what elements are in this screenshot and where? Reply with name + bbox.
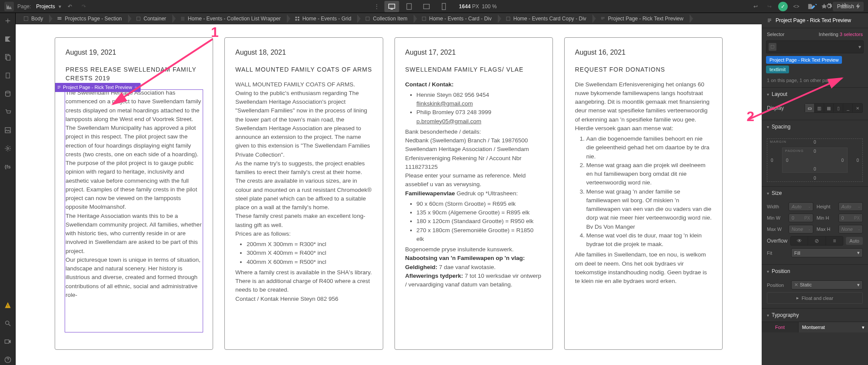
redo-icon[interactable]: ↷ — [79, 1, 89, 12]
style-tab-icon[interactable] — [811, 3, 818, 11]
bc-preview[interactable]: Project Page - Rick Text Preview — [592, 13, 690, 24]
settings-tab-icon[interactable] — [825, 3, 832, 11]
bc-body[interactable]: Body — [16, 13, 49, 24]
effects-tab-icon[interactable] — [855, 3, 862, 11]
webflow-logo[interactable] — [4, 2, 14, 11]
selector-input[interactable]: ▾ — [766, 40, 864, 53]
pages-icon[interactable] — [3, 52, 13, 62]
selector-caption: 1 on this page, 1 on other pages. — [762, 76, 868, 88]
event-card[interactable]: August 19, 2021 PRESS RELEASE SWELLENDAM… — [55, 37, 213, 350]
display-flex-icon[interactable]: ▥ — [815, 104, 824, 112]
nav-back-icon[interactable]: ↩ — [750, 1, 761, 12]
event-card[interactable]: August 17, 2021 SWELLENDAM FAMILY FLAGS/… — [395, 37, 553, 350]
device-tablet-icon[interactable] — [402, 1, 417, 12]
device-desktop-icon[interactable] — [385, 1, 399, 12]
bc-item[interactable]: Collection Item — [357, 13, 413, 24]
card-title: PRESS RELEASE SWELLENDAM FAMILY CRESTS 2… — [66, 66, 202, 82]
section-layout[interactable]: Layout — [762, 88, 868, 101]
svg-rect-12 — [298, 19, 299, 21]
components-icon[interactable] — [3, 70, 13, 81]
canvas-width: 1644 — [459, 3, 471, 10]
nav-fwd-icon[interactable]: ↪ — [764, 1, 775, 12]
svg-rect-1 — [391, 9, 393, 9]
inheriting-link[interactable]: 3 selectors — [840, 32, 863, 37]
settings-icon[interactable] — [3, 143, 13, 154]
help-icon[interactable] — [3, 355, 13, 365]
event-card[interactable]: August 18, 2021 WALL MOUNTED FAMILY COAT… — [224, 37, 383, 350]
chevron-down-icon[interactable]: ▾ — [858, 44, 861, 50]
more-icon[interactable]: ⋮ — [372, 1, 382, 12]
undo-icon[interactable]: ↶ — [65, 1, 75, 12]
width-input[interactable]: Auto- — [789, 202, 813, 211]
svg-point-19 — [5, 91, 10, 93]
add-icon[interactable] — [3, 16, 13, 26]
page-name[interactable]: Projects — [36, 3, 55, 10]
section-position[interactable]: Position — [762, 265, 868, 278]
fs-icon[interactable]: {fs — [3, 161, 13, 172]
cms-icon[interactable] — [3, 89, 13, 99]
page-dropdown-icon[interactable]: ▾ — [59, 3, 61, 10]
minh-input[interactable]: 0PX — [838, 214, 863, 222]
section-size[interactable]: Size — [762, 187, 868, 200]
card-body[interactable]: The Swellendam Heritage Association has … — [66, 89, 202, 332]
svg-rect-13 — [366, 17, 369, 20]
section-spacing[interactable]: Spacing — [762, 120, 868, 133]
bc-card[interactable]: Home - Events - Card - Div — [414, 13, 498, 24]
display-none-icon[interactable]: ✕ — [853, 104, 862, 112]
maxw-label: Max W — [767, 227, 785, 232]
bc-listwrap[interactable]: Home - Events - Collection List Wrapper — [172, 13, 287, 24]
device-tablet-landscape-icon[interactable] — [419, 1, 434, 12]
overflow-auto[interactable]: Auto — [846, 237, 863, 245]
float-clear-toggle[interactable]: ▸Float and clear — [767, 292, 863, 304]
bc-cardcopy[interactable]: Home - Events Card Copy - Div — [498, 13, 592, 24]
video-icon[interactable] — [3, 336, 13, 347]
canvas-unit: PX — [472, 3, 479, 10]
device-mobile-icon[interactable] — [437, 1, 451, 12]
audit-warn-icon[interactable] — [3, 300, 13, 310]
section-typography[interactable]: Typography — [762, 309, 868, 322]
maxw-input[interactable]: None- — [789, 225, 813, 233]
card-body[interactable]: Die Swellendam Erfenisvereniging het onl… — [575, 80, 712, 286]
card-date: August 18, 2021 — [235, 47, 372, 58]
class-tag[interactable]: Project Page - Rick Text Preview — [766, 56, 842, 64]
event-card[interactable]: August 16, 2021 REQUEST FOR DONATIONS Di… — [564, 37, 723, 350]
maxh-input[interactable]: None- — [838, 225, 863, 233]
gear-icon[interactable] — [134, 85, 138, 89]
font-label: Font — [762, 322, 799, 332]
overflow-hidden-icon[interactable]: ⊘ — [808, 237, 825, 245]
interactions-tab-icon[interactable] — [840, 3, 847, 11]
combo-class-tag[interactable]: textlimit — [766, 66, 789, 73]
search-icon[interactable] — [3, 318, 13, 329]
inheriting-label: Inheriting — [819, 32, 838, 37]
assets-icon[interactable] — [3, 125, 13, 135]
card-body[interactable]: WALL MOUNTED FAMILY COATS OF ARMS.Owing … — [235, 80, 372, 303]
minw-input[interactable]: 0PX — [789, 214, 813, 222]
navigator-icon[interactable] — [3, 34, 13, 44]
fit-select[interactable]: Fill▾ — [791, 248, 863, 257]
spacing-editor[interactable]: MARGIN 0 0 0 0 PADDING 0 0 0 0 — [767, 138, 863, 182]
bc-container[interactable]: Container — [128, 13, 172, 24]
selector-type-icon[interactable] — [769, 43, 776, 51]
bc-grid[interactable]: Home - Events - Grid — [287, 13, 358, 24]
svg-rect-3 — [424, 4, 429, 9]
svg-rect-18 — [6, 73, 9, 78]
display-inlineblock-icon[interactable]: ▯ — [834, 104, 843, 112]
overflow-visible-icon[interactable]: 👁 — [791, 237, 808, 245]
card-body[interactable]: Contact / Kontak:Hennie Steyn 082 956 94… — [405, 80, 542, 289]
svg-point-25 — [135, 87, 137, 88]
display-inline-icon[interactable]: ⎯ — [843, 104, 853, 112]
height-input[interactable]: Auto- — [838, 202, 863, 211]
selection-tag[interactable]: Project Page - Rick Text Preview — [55, 83, 141, 92]
overflow-scroll-icon[interactable]: ≡ — [826, 237, 843, 245]
card-title: SWELLENDAM FAMILY FLAGS/ VLAE — [405, 66, 542, 74]
ecommerce-icon[interactable] — [3, 107, 13, 117]
panel-title: Project Page - Rick Text Preview — [762, 13, 868, 28]
position-select[interactable]: ✕Static▾ — [791, 280, 863, 289]
svg-point-21 — [7, 148, 9, 149]
font-select[interactable]: Montserrat▾ — [799, 322, 868, 332]
display-grid-icon[interactable]: ▦ — [824, 104, 834, 112]
canvas[interactable]: August 19, 2021 PRESS RELEASE SWELLENDAM… — [16, 24, 762, 365]
display-block-icon[interactable]: ▭ — [805, 104, 815, 112]
svg-rect-26 — [771, 46, 774, 49]
bc-section[interactable]: Projectcs Page - Section — [49, 13, 128, 24]
